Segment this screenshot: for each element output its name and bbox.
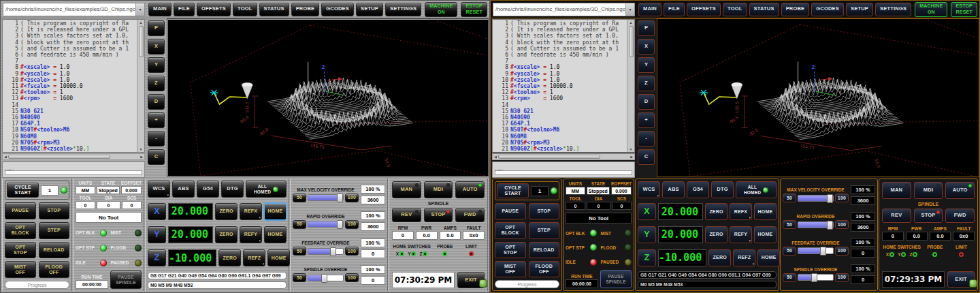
dro-mode-button[interactable]: ABS: [172, 181, 195, 198]
menu-button[interactable]: TOOL: [723, 3, 747, 16]
estop-reset-button[interactable]: ESTOP RESET: [951, 2, 977, 17]
override-slider[interactable]: [798, 247, 834, 254]
menu-button[interactable]: OFFSETS: [687, 3, 721, 16]
cycle-button[interactable]: STOP: [529, 203, 560, 219]
file-path-combo[interactable]: /home/chris/linuxcnc/nc_files/examples/3…: [3, 3, 145, 16]
override-max-button[interactable]: 100: [345, 194, 359, 202]
override-min-button[interactable]: 50: [293, 247, 306, 256]
dro-mode-button[interactable]: ABS: [662, 181, 685, 198]
spindle-button[interactable]: REV: [392, 208, 421, 222]
spindle-button[interactable]: STOP: [914, 209, 943, 223]
override-slider[interactable]: [798, 274, 834, 281]
ref-button-z[interactable]: REFZ ▾: [733, 249, 755, 266]
cycle-button[interactable]: STEP: [529, 222, 560, 238]
gcode-horizontal-scrollbar[interactable]: ◀ ▶: [492, 153, 635, 160]
home-button-z[interactable]: HOME: [267, 249, 290, 266]
gcode-listing[interactable]: 1( This program is copyright of Ra2( It …: [3, 20, 137, 152]
axis-button-y[interactable]: Y: [148, 226, 166, 243]
menu-button[interactable]: GCODES: [811, 3, 844, 16]
horizontal-scroll-thumb[interactable]: [498, 155, 600, 159]
mdi-input[interactable]: [495, 170, 632, 175]
menu-button[interactable]: PROBE: [291, 3, 320, 16]
cycle-button[interactable]: RELOAD: [529, 242, 560, 258]
side-button[interactable]: -: [148, 131, 165, 146]
override-min-button[interactable]: 50: [783, 247, 796, 256]
ref-button-y[interactable]: REFY ▾: [240, 226, 262, 243]
vertical-scroll-thumb[interactable]: [139, 26, 144, 57]
cycle-start-button[interactable]: CYCLE START: [7, 183, 39, 198]
mode-button[interactable]: AUTO: [945, 182, 975, 199]
preview-3d[interactable]: 102.5-90.5-92.0155.7553.0Z: [167, 18, 489, 177]
menu-button[interactable]: SETTINGS: [875, 3, 911, 16]
side-button[interactable]: Y: [148, 57, 165, 73]
dro-mode-button[interactable]: G54: [687, 181, 709, 198]
all-homed-button[interactable]: ALL HOMED: [736, 181, 777, 198]
axis-button-x[interactable]: X: [148, 203, 166, 220]
cycle-button[interactable]: PAUSE: [495, 203, 526, 219]
menu-button[interactable]: PROBE: [781, 3, 810, 16]
cycle-button[interactable]: OPT STOP: [5, 242, 36, 259]
override-max-button[interactable]: 100: [835, 273, 849, 282]
menu-button[interactable]: SETUP: [356, 3, 383, 16]
gcode-vertical-scrollbar[interactable]: ▲ ▼: [137, 20, 144, 152]
file-path-combo[interactable]: /home/chris/linuxcnc/nc_files/examples/3…: [493, 3, 635, 16]
cycle-count-field[interactable]: 1: [531, 186, 549, 196]
cycle-button[interactable]: STOP: [39, 202, 70, 219]
mode-button[interactable]: MAN: [882, 182, 911, 199]
slider-handle[interactable]: [321, 274, 327, 283]
spindle-button[interactable]: FWD: [455, 208, 485, 222]
mode-button[interactable]: MAN: [392, 181, 421, 198]
cycle-count-field[interactable]: 1: [41, 185, 59, 196]
scroll-left-icon[interactable]: ◀: [494, 155, 497, 159]
side-button[interactable]: Z: [638, 76, 655, 91]
slider-handle[interactable]: [811, 273, 817, 282]
dro-mode-button[interactable]: DTG: [221, 181, 244, 198]
override-max-button[interactable]: 100: [835, 220, 849, 229]
override-slider[interactable]: [308, 194, 344, 201]
spindle-button[interactable]: FWD: [945, 209, 975, 223]
mode-button[interactable]: AUTO: [455, 181, 485, 198]
override-slider[interactable]: [798, 195, 834, 202]
tray-icon[interactable]: [479, 279, 487, 288]
override-min-button[interactable]: 50: [293, 273, 306, 282]
tray-icon[interactable]: [969, 279, 977, 288]
menu-button[interactable]: MAIN: [148, 3, 172, 16]
axis-button-x[interactable]: X: [638, 203, 656, 220]
zero-button-z[interactable]: ZERO: [708, 249, 731, 266]
cycle-button[interactable]: OPT BLOCK: [5, 222, 36, 239]
zero-button-z[interactable]: ZERO: [218, 249, 241, 266]
preview-3d[interactable]: 102.5-90.5-92.0155.7553.0Z: [657, 18, 979, 177]
ref-button-y[interactable]: REFY ▾: [730, 226, 752, 243]
cycle-button[interactable]: OPT BLOCK: [495, 222, 526, 238]
mode-button[interactable]: MDI: [424, 181, 453, 198]
dro-mode-button[interactable]: G54: [197, 181, 219, 198]
override-max-button[interactable]: 100: [835, 247, 849, 256]
combo-dropdown-icon[interactable]: ▾: [625, 3, 634, 16]
axis-button-y[interactable]: Y: [638, 226, 656, 243]
override-min-button[interactable]: 50: [783, 220, 796, 229]
override-min-button[interactable]: 50: [783, 273, 796, 282]
side-button[interactable]: -: [638, 131, 655, 146]
home-button-z[interactable]: HOME: [757, 249, 780, 266]
side-button[interactable]: +: [638, 112, 655, 128]
slider-handle[interactable]: [827, 221, 833, 230]
combo-dropdown-icon[interactable]: ▾: [135, 3, 144, 16]
zero-button-y[interactable]: ZERO: [705, 226, 728, 243]
zero-button-x[interactable]: ZERO: [215, 203, 238, 220]
cycle-button[interactable]: OPT STOP: [495, 242, 526, 258]
override-max-button[interactable]: 100: [835, 194, 849, 202]
scroll-up-icon[interactable]: ▲: [140, 20, 143, 25]
slider-handle[interactable]: [337, 220, 343, 229]
dro-mode-button[interactable]: WCS ▾: [638, 181, 660, 198]
scroll-right-icon[interactable]: ▶: [630, 155, 633, 159]
horizontal-scroll-thumb[interactable]: [8, 155, 110, 159]
scroll-down-icon[interactable]: ▼: [630, 147, 633, 151]
mode-button[interactable]: MDI: [914, 182, 943, 199]
slider-handle[interactable]: [820, 247, 826, 256]
cycle-button[interactable]: PAUSE: [5, 202, 36, 219]
scroll-up-icon[interactable]: ▲: [630, 20, 633, 25]
side-button[interactable]: C: [148, 149, 165, 165]
cycle-start-button[interactable]: CYCLE START: [497, 183, 529, 198]
home-button-x[interactable]: HOME: [264, 203, 287, 220]
override-max-button[interactable]: 100: [345, 220, 359, 229]
